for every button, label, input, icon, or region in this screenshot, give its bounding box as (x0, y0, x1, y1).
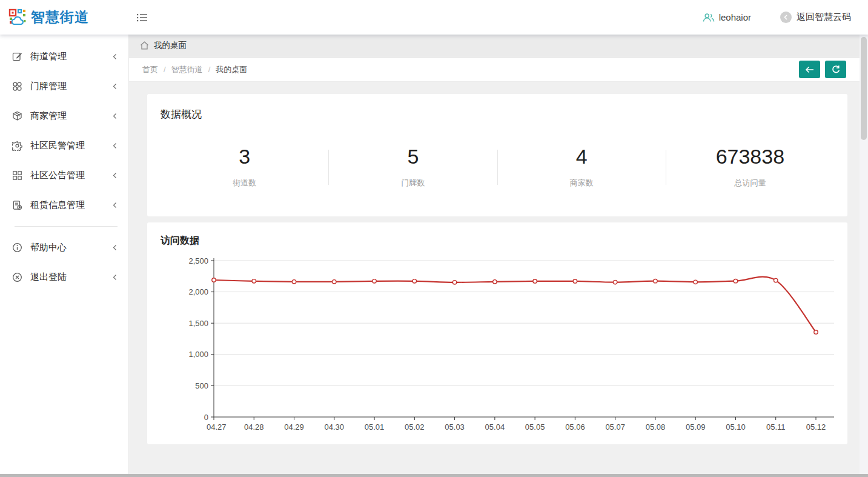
info-circle-icon (12, 242, 22, 253)
home-icon (140, 41, 149, 50)
stat-label: 街道数 (161, 178, 328, 188)
svg-text:05.03: 05.03 (445, 422, 465, 432)
team-icon (703, 13, 715, 22)
svg-text:05.06: 05.06 (565, 422, 585, 432)
sidebar-item-label: 社区民警管理 (30, 140, 85, 152)
sidebar-item-appstore[interactable]: 门牌管理 (0, 72, 128, 101)
svg-text:2,000: 2,000 (188, 287, 208, 296)
back-button[interactable] (799, 61, 820, 78)
breadcrumb-item[interactable]: 智慧街道 (171, 64, 203, 75)
sidebar-item-file-lock[interactable]: 租赁信息管理 (0, 190, 128, 220)
sidebar-item-label: 门牌管理 (30, 81, 67, 92)
svg-text:2,500: 2,500 (188, 256, 208, 265)
appstore-icon (12, 81, 22, 92)
breadcrumb-separator: / (208, 65, 211, 74)
sidebar-item-label: 帮助中心 (30, 242, 67, 253)
stats-row: 3街道数5门牌数4商家数673838总访问量 (161, 145, 834, 188)
grid-icon (12, 170, 22, 181)
stat-总访问量: 673838总访问量 (666, 145, 834, 188)
sidebar-item-label: 租赁信息管理 (30, 199, 85, 211)
svg-text:04.30: 04.30 (325, 422, 345, 432)
svg-text:05.07: 05.07 (605, 422, 625, 432)
page: 智慧街道 leohaior (0, 0, 868, 477)
sidebar-item-gear[interactable]: 社区民警管理 (0, 131, 128, 161)
sidebar-item-label: 街道管理 (30, 51, 67, 62)
toolbar (799, 61, 846, 78)
chevron-left-icon (112, 274, 118, 281)
sidebar-item-label: 商家管理 (30, 110, 67, 122)
main-area: 我的桌面 首页/智慧街道/我的桌面 数据概况 (129, 35, 860, 477)
stat-value: 5 (329, 145, 497, 168)
form-icon (12, 52, 22, 62)
visits-line-chart: 05001,0001,5002,0002,50004.2704.2804.290… (161, 256, 834, 440)
overview-title: 数据概况 (161, 107, 834, 121)
gear-icon (12, 141, 22, 151)
chevron-left-icon (112, 113, 118, 119)
chevron-left-circle-icon (780, 12, 792, 23)
svg-text:05.10: 05.10 (726, 422, 746, 432)
svg-text:05.08: 05.08 (646, 422, 666, 432)
svg-text:04.28: 04.28 (244, 422, 264, 432)
tab-my-desktop[interactable]: 我的桌面 (129, 34, 197, 57)
svg-text:05.12: 05.12 (806, 422, 826, 432)
return-cloud-button[interactable]: 返回智慧云码 (780, 12, 851, 23)
stat-value: 673838 (666, 145, 834, 168)
svg-text:500: 500 (195, 381, 208, 390)
sidebar-item-box[interactable]: 商家管理 (0, 101, 128, 131)
qr-cloud-logo-icon (8, 8, 27, 27)
menu-collapse-button[interactable] (136, 13, 148, 22)
svg-text:04.27: 04.27 (207, 422, 227, 432)
svg-text:04.29: 04.29 (284, 422, 304, 432)
stat-label: 商家数 (498, 178, 666, 188)
refresh-icon (831, 65, 841, 75)
header-right: leohaior 返回智慧云码 (703, 12, 868, 23)
chevron-left-icon (112, 53, 118, 60)
svg-text:05.04: 05.04 (485, 422, 505, 432)
breadcrumb-item[interactable]: 首页 (142, 64, 158, 75)
stat-街道数: 3街道数 (161, 145, 328, 188)
stat-门牌数: 5门牌数 (329, 145, 497, 188)
svg-text:1,500: 1,500 (188, 319, 208, 328)
stat-value: 3 (161, 145, 328, 168)
sidebar-item-info-circle[interactable]: 帮助中心 (0, 233, 128, 262)
stat-label: 门牌数 (329, 178, 497, 188)
breadcrumb-item: 我的桌面 (216, 64, 247, 75)
chevron-left-icon (112, 142, 118, 149)
breadcrumb-separator: / (164, 65, 166, 74)
stat-商家数: 4商家数 (498, 145, 666, 188)
user-menu[interactable]: leohaior (703, 12, 751, 22)
svg-text:0: 0 (204, 413, 208, 422)
stat-label: 总访问量 (666, 178, 834, 188)
overview-card: 数据概况 3街道数5门牌数4商家数673838总访问量 (147, 94, 847, 216)
username: leohaior (719, 12, 751, 22)
svg-text:05.02: 05.02 (405, 422, 425, 432)
sidebar-item-form[interactable]: 街道管理 (0, 42, 128, 72)
horizontal-scrollbar[interactable] (0, 474, 868, 477)
file-lock-icon (12, 200, 22, 210)
refresh-button[interactable] (825, 61, 846, 78)
tab-strip: 我的桌面 (129, 35, 860, 58)
vertical-scrollbar[interactable] (860, 35, 868, 474)
visits-title: 访问数据 (161, 235, 834, 247)
svg-text:05.05: 05.05 (525, 422, 545, 432)
stat-value: 4 (498, 145, 666, 168)
scrollbar-thumb[interactable] (861, 37, 867, 140)
app-header: 智慧街道 leohaior (0, 0, 868, 35)
tab-label: 我的桌面 (154, 40, 187, 51)
return-label: 返回智慧云码 (797, 12, 851, 23)
chevron-left-icon (112, 244, 118, 251)
svg-text:05.11: 05.11 (766, 422, 786, 432)
arrow-left-icon (804, 65, 815, 74)
sidebar-item-grid[interactable]: 社区公告管理 (0, 161, 128, 190)
chevron-left-icon (112, 172, 118, 179)
svg-text:1,000: 1,000 (188, 350, 208, 359)
sidebar-item-close-circle[interactable]: 退出登陆 (0, 262, 128, 292)
close-circle-icon (12, 272, 22, 282)
app-title: 智慧街道 (31, 8, 89, 27)
svg-text:05.01: 05.01 (365, 422, 385, 432)
sidebar-item-label: 退出登陆 (30, 272, 67, 283)
svg-text:05.09: 05.09 (686, 422, 706, 432)
box-icon (12, 111, 22, 121)
logo[interactable]: 智慧街道 (0, 8, 129, 27)
list-menu-icon (136, 13, 148, 22)
